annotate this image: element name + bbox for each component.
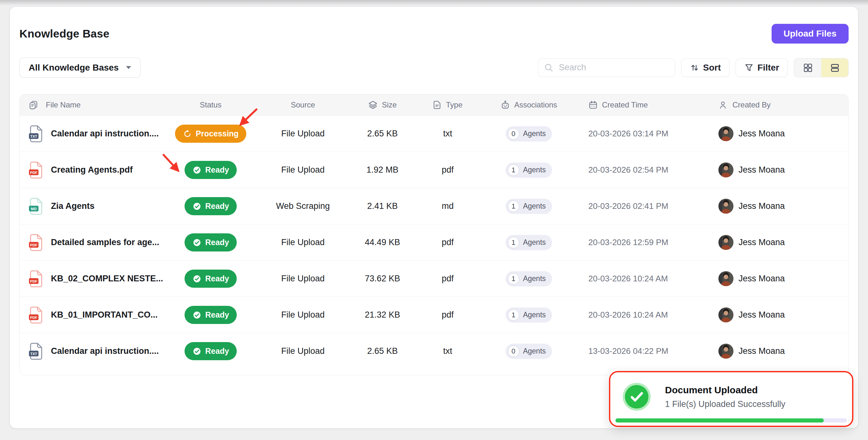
agents-association-badge: 1 Agents bbox=[505, 199, 552, 214]
ready-check-icon bbox=[192, 274, 202, 283]
svg-text:PDF: PDF bbox=[30, 170, 37, 174]
type-value: md bbox=[442, 201, 454, 211]
table-row[interactable]: TXT Calendar api instruction.... Process… bbox=[20, 115, 848, 151]
agents-association-badge: 1 Agents bbox=[505, 235, 552, 250]
calendar-icon bbox=[588, 100, 598, 110]
avatar bbox=[718, 126, 734, 141]
success-check-icon bbox=[622, 382, 651, 411]
svg-text:TXT: TXT bbox=[30, 351, 37, 356]
avatar bbox=[718, 163, 734, 177]
svg-text:TXT: TXT bbox=[30, 134, 37, 138]
created-time-value: 20-03-2026 10:24 AM bbox=[588, 274, 668, 283]
avatar bbox=[718, 199, 734, 214]
ready-check-icon bbox=[192, 238, 202, 247]
grid-view-icon bbox=[803, 63, 813, 73]
list-view-button[interactable] bbox=[821, 59, 848, 77]
toast-progress-track bbox=[615, 418, 847, 422]
ready-check-icon bbox=[192, 165, 202, 175]
agents-count: 1 bbox=[508, 164, 519, 176]
avatar bbox=[718, 307, 734, 323]
status-label: Ready bbox=[205, 274, 229, 283]
created-by-name: Jess Moana bbox=[739, 129, 785, 139]
knowledge-base-dropdown[interactable]: All Knowledge Bases bbox=[20, 58, 141, 77]
table-body: TXT Calendar api instruction.... Process… bbox=[20, 115, 848, 369]
status-badge: Ready bbox=[185, 161, 237, 179]
type-value: txt bbox=[443, 346, 453, 356]
robot-icon bbox=[500, 100, 510, 110]
status-badge: Ready bbox=[185, 306, 237, 324]
status-label: Processing bbox=[196, 129, 239, 138]
source-value: File Upload bbox=[281, 129, 325, 139]
grid-view-button[interactable] bbox=[794, 59, 821, 77]
column-source: Source bbox=[255, 100, 351, 109]
agents-label: Agents bbox=[523, 311, 546, 319]
page-icon bbox=[433, 100, 442, 109]
file-name: KB_01_IMPORTANT_CO... bbox=[51, 310, 158, 320]
status-label: Ready bbox=[205, 238, 229, 247]
agents-association-badge: 1 Agents bbox=[505, 163, 552, 178]
size-value: 21.32 KB bbox=[365, 310, 400, 320]
source-value: File Upload bbox=[281, 165, 325, 175]
status-label: Ready bbox=[205, 310, 229, 319]
type-value: pdf bbox=[442, 274, 454, 283]
filter-button[interactable]: Filter bbox=[736, 59, 788, 77]
column-label: Size bbox=[382, 100, 397, 109]
sort-button[interactable]: Sort bbox=[681, 59, 730, 77]
created-time-value: 20-03-2026 12:59 PM bbox=[588, 237, 669, 247]
column-created-by: Created By bbox=[704, 100, 848, 109]
avatar bbox=[718, 271, 734, 286]
file-name: Zia Agents bbox=[51, 201, 94, 211]
file-type-icon: PDF bbox=[29, 234, 43, 251]
person-icon bbox=[718, 100, 727, 109]
sort-button-label: Sort bbox=[703, 63, 721, 73]
search-icon bbox=[544, 63, 554, 72]
agents-label: Agents bbox=[523, 166, 546, 174]
agents-count: 1 bbox=[508, 237, 519, 248]
created-time-value: 13-03-2026 04:22 PM bbox=[588, 346, 669, 356]
file-type-icon: PDF bbox=[29, 306, 43, 324]
agents-label: Agents bbox=[523, 238, 546, 247]
file-name: Creating Agents.pdf bbox=[51, 165, 133, 175]
ready-check-icon bbox=[192, 202, 202, 211]
file-name: Calendar api instruction.... bbox=[51, 129, 159, 139]
created-time-value: 20-03-2026 02:54 PM bbox=[588, 165, 669, 175]
search-input[interactable] bbox=[538, 59, 675, 77]
table-row[interactable]: PDF KB_02_COMPLEX NESTE... Ready File Up… bbox=[20, 260, 848, 297]
svg-text:PDF: PDF bbox=[30, 243, 37, 247]
agents-label: Agents bbox=[523, 129, 546, 138]
file-name: KB_02_COMPLEX NESTE... bbox=[51, 274, 163, 283]
filter-icon bbox=[744, 63, 754, 72]
agents-label: Agents bbox=[523, 274, 546, 283]
agents-label: Agents bbox=[523, 202, 546, 210]
file-type-icon: TXT bbox=[29, 342, 43, 360]
size-value: 1.92 MB bbox=[367, 165, 399, 175]
upload-success-toast: Document Uploaded 1 File(s) Uploaded Suc… bbox=[609, 371, 854, 427]
column-label: Created By bbox=[733, 100, 771, 109]
upload-files-button[interactable]: Upload Files bbox=[772, 24, 848, 43]
svg-text:PDF: PDF bbox=[30, 279, 37, 283]
source-value: File Upload bbox=[281, 346, 325, 356]
knowledge-base-dropdown-label: All Knowledge Bases bbox=[29, 63, 119, 73]
table-row[interactable]: PDF Detailed samples for age... Ready Fi… bbox=[20, 224, 848, 260]
column-size: Size bbox=[351, 100, 414, 110]
table-row[interactable]: TXT Calendar api instruction.... Ready F… bbox=[20, 333, 848, 369]
file-name: Calendar api instruction.... bbox=[51, 346, 159, 356]
created-time-value: 20-03-2026 02:41 PM bbox=[588, 201, 669, 211]
filter-button-label: Filter bbox=[757, 63, 779, 73]
size-value: 2.65 KB bbox=[367, 129, 398, 139]
table-row[interactable]: PDF KB_01_IMPORTANT_CO... Ready File Upl… bbox=[20, 297, 848, 333]
type-value: txt bbox=[443, 129, 453, 139]
table-row[interactable]: MD Zia Agents Ready Web Scraping 2.41 KB… bbox=[20, 188, 848, 224]
svg-text:MD: MD bbox=[31, 207, 37, 210]
agents-count: 1 bbox=[508, 309, 519, 321]
table-header-row: File Name Status Source Size bbox=[20, 94, 848, 115]
page-title: Knowledge Base bbox=[20, 27, 110, 40]
agents-count: 0 bbox=[508, 128, 519, 140]
table-row[interactable]: PDF Creating Agents.pdf Ready File Uploa… bbox=[20, 151, 848, 188]
created-by-name: Jess Moana bbox=[739, 165, 785, 175]
agents-count: 1 bbox=[508, 273, 519, 284]
svg-text:PDF: PDF bbox=[30, 315, 37, 319]
agents-count: 1 bbox=[508, 201, 519, 212]
toast-progress bbox=[615, 418, 824, 422]
status-badge: Processing bbox=[175, 125, 246, 143]
